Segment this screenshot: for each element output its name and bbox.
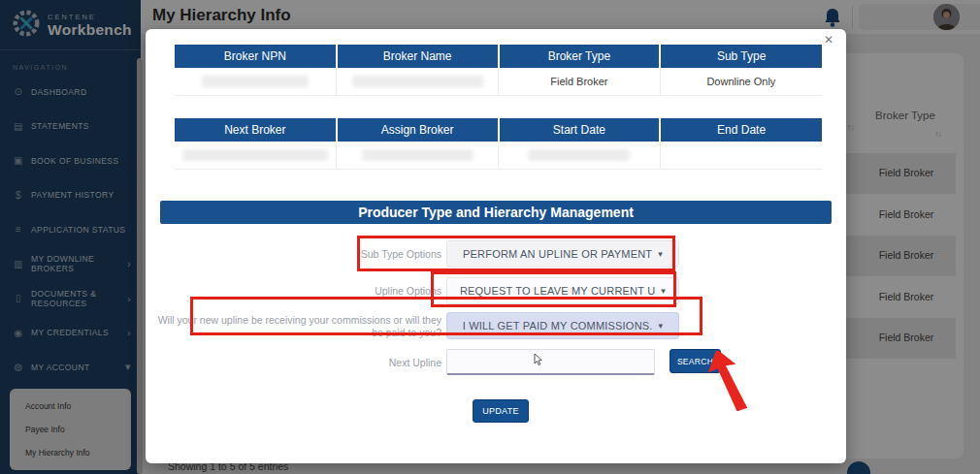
table-row: [175, 142, 822, 169]
column-header: Start Date: [499, 118, 661, 142]
column-header: Next Broker: [175, 118, 337, 142]
upline-options-dropdown[interactable]: REQUEST TO LEAVE MY CURRENT U ▾: [446, 277, 679, 304]
caret-down-icon: ▾: [659, 321, 664, 331]
redacted-value: [528, 149, 630, 161]
caret-down-icon: ▾: [661, 286, 666, 296]
dropdown-value: PERFORM AN UPLINE OR PAYMENT: [463, 248, 652, 260]
search-button[interactable]: SEARCH: [670, 349, 721, 373]
redacted-value: [182, 149, 328, 161]
caret-down-icon: ▾: [658, 249, 663, 259]
table-cell-broker-npn: [175, 68, 337, 95]
table-cell-broker-name: [337, 68, 499, 95]
table-header-row: Broker NPN Broker Name Broker Type Sub T…: [175, 45, 822, 68]
dropdown-value: REQUEST TO LEAVE MY CURRENT U: [460, 285, 655, 297]
redacted-value: [202, 76, 309, 87]
upline-info-table: Next Broker Assign Broker Start Date End…: [175, 118, 822, 170]
update-button[interactable]: UPDATE: [473, 399, 529, 423]
column-header: Broker Name: [337, 45, 499, 68]
column-header: Broker NPN: [175, 45, 337, 68]
app-root: CENTENE Workbench NAVIGATION ⊙ DASHBOARD…: [0, 0, 980, 474]
redacted-value: [362, 149, 474, 161]
column-header: Assign Broker: [337, 118, 499, 142]
sub-type-options-label: Sub Type Options: [146, 248, 441, 260]
sub-type-options-dropdown[interactable]: PERFORM AN UPLINE OR PAYMENT ▾: [446, 240, 679, 268]
table-cell-start-date: [499, 142, 661, 169]
dropdown-value: I WILL GET PAID MY COMMISSIONS.: [463, 320, 653, 332]
next-upline-input[interactable]: [446, 349, 655, 375]
next-upline-label: Next Upline: [146, 357, 441, 368]
hierarchy-modal: ✕ Broker NPN Broker Name Broker Type Sub…: [146, 29, 846, 463]
column-header: Sub Type: [660, 45, 822, 68]
section-title: Producer Type and Hierarchy Management: [160, 201, 832, 224]
table-cell-broker-type: Field Broker: [499, 68, 661, 95]
broker-info-table: Broker NPN Broker Name Broker Type Sub T…: [175, 45, 822, 96]
table-cell-end-date: [660, 142, 822, 169]
close-icon[interactable]: ✕: [824, 33, 833, 47]
table-cell-next-broker: [175, 142, 337, 169]
table-cell-assign-broker: [337, 142, 499, 169]
redacted-value: [352, 76, 483, 87]
column-header: End Date: [660, 118, 822, 142]
table-row: Field Broker Downline Only: [175, 68, 822, 95]
commissions-question-label: Will your new upline be receiving your c…: [146, 314, 441, 339]
commissions-dropdown[interactable]: I WILL GET PAID MY COMMISSIONS. ▾: [446, 312, 679, 339]
column-header: Broker Type: [499, 45, 661, 68]
table-header-row: Next Broker Assign Broker Start Date End…: [175, 118, 822, 142]
table-cell-sub-type: Downline Only: [660, 68, 822, 95]
upline-options-label: Upline Options: [146, 285, 441, 297]
